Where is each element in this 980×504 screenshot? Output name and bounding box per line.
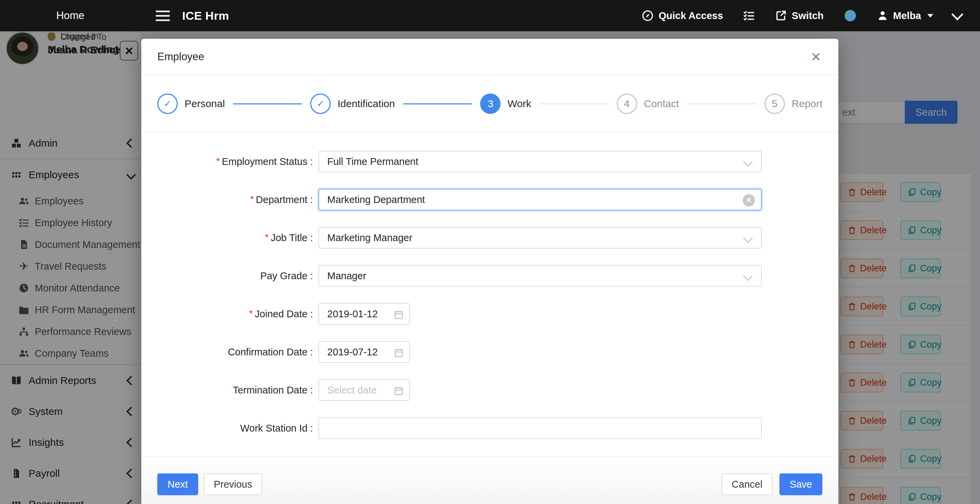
globe-icon (843, 9, 857, 22)
field-label: *Termination Date : (141, 385, 318, 396)
cancel-button[interactable]: Cancel (722, 473, 773, 495)
step-circle: 5 (764, 94, 785, 114)
step-label: Contact (644, 98, 679, 109)
field-label: *Department : (141, 194, 318, 205)
clear-field-icon[interactable]: ✕ (743, 194, 755, 206)
field-value: 2019-07-12 (327, 347, 378, 358)
select-chevron-icon (743, 157, 752, 166)
save-button[interactable]: Save (780, 473, 822, 495)
field-label: *Pay Grade : (141, 270, 318, 282)
switch-button[interactable]: Switch (775, 10, 823, 22)
field-control[interactable]: Marketing Manager ✕ (318, 227, 762, 249)
step-connector (539, 103, 608, 105)
calendar-icon (393, 385, 404, 399)
field-label: *Work Station Id : (141, 423, 318, 434)
calendar-icon (393, 347, 404, 360)
form-row: *Employment Status : Full Time Permanent… (141, 151, 838, 173)
user-menu[interactable]: Melba (877, 10, 933, 21)
close-modal-button[interactable]: × (806, 46, 826, 67)
field-value: Full Time Permanent (327, 156, 418, 167)
step-label: Personal (185, 98, 225, 109)
required-star: * (249, 309, 253, 319)
wizard-step[interactable]: ✓ Identification (310, 94, 395, 114)
checklist-icon (743, 10, 755, 22)
field-placeholder: Select date (327, 385, 377, 396)
field-value: Marketing Manager (327, 232, 412, 244)
form-row: *Joined Date : 2019-01-12 ✕ (141, 303, 838, 325)
field-control[interactable]: 2019-01-12 ✕ (318, 303, 410, 325)
modal-title: Employee (158, 51, 204, 63)
required-star: * (250, 194, 254, 204)
step-circle: ✓ (158, 94, 178, 114)
field-control[interactable]: ✕ (318, 417, 762, 439)
form-row: *Confirmation Date : 2019-07-12 ✕ (141, 341, 838, 363)
form-row: *Job Title : Marketing Manager ✕ (141, 227, 838, 249)
step-label: Report (792, 98, 822, 109)
person-icon (877, 10, 888, 21)
calendar-icon (393, 309, 404, 322)
collapse-topbar-button[interactable] (953, 13, 962, 19)
hamburger-icon[interactable] (156, 11, 170, 21)
task-list-button[interactable] (743, 10, 755, 22)
user-name: Melba (893, 10, 921, 21)
field-value: Manager (327, 270, 366, 282)
app-root: Home ICE Hrm Quick Access Switch Melba (0, 0, 980, 504)
required-star: * (216, 156, 220, 166)
step-label: Work (508, 98, 531, 109)
required-star: * (265, 232, 269, 242)
select-chevron-icon (743, 271, 752, 281)
topbar: Home ICE Hrm Quick Access Switch Melba (0, 0, 980, 31)
field-control[interactable]: Select date ✕ (318, 379, 410, 401)
form-row: *Termination Date : Select date ✕ (141, 379, 838, 401)
employee-modal: Employee × ✓ Personal ✓ Identification 3 (141, 39, 838, 504)
step-circle: ✓ (310, 94, 331, 114)
step-circle: 3 (480, 94, 501, 114)
app-title: ICE Hrm (182, 9, 229, 22)
field-label: *Employment Status : (141, 156, 318, 167)
compass-icon (641, 10, 654, 22)
next-button[interactable]: Next (158, 473, 198, 495)
field-control[interactable]: 2019-07-12 ✕ (318, 341, 410, 363)
wizard-step[interactable]: 4 Contact (617, 94, 679, 114)
field-value: Marketing Department (327, 194, 425, 205)
quick-access-button[interactable]: Quick Access (641, 10, 723, 22)
step-connector (403, 103, 472, 105)
field-label: *Joined Date : (141, 309, 318, 320)
field-value: 2019-01-12 (327, 309, 378, 320)
field-label: *Job Title : (141, 232, 318, 244)
chevron-down-icon (951, 8, 963, 20)
home-nav[interactable]: Home (0, 10, 141, 22)
previous-button[interactable]: Previous (204, 473, 262, 495)
step-circle: 4 (617, 94, 637, 114)
language-globe-button[interactable] (843, 9, 857, 22)
wizard-steps: ✓ Personal ✓ Identification 3 Work 4 (141, 75, 838, 133)
step-label: Identification (337, 98, 395, 109)
wizard-step[interactable]: ✓ Personal (158, 94, 225, 114)
wizard-step[interactable]: 5 Report (764, 94, 822, 114)
select-chevron-icon (743, 233, 752, 243)
switch-icon (775, 10, 787, 22)
field-label: *Confirmation Date : (141, 347, 318, 358)
wizard-step[interactable]: 3 Work (480, 94, 531, 114)
form-row: *Work Station Id : ✕ (141, 417, 838, 439)
form-row: *Department : Marketing Department ✕ (141, 189, 838, 211)
step-connector (233, 103, 302, 105)
step-connector (687, 103, 756, 105)
field-control[interactable]: Full Time Permanent ✕ (318, 151, 762, 173)
caret-down-icon (927, 14, 933, 18)
field-control[interactable]: Marketing Department ✕ (318, 189, 762, 211)
field-control[interactable]: Manager ✕ (318, 265, 762, 287)
form-row: *Pay Grade : Manager ✕ (141, 265, 838, 287)
